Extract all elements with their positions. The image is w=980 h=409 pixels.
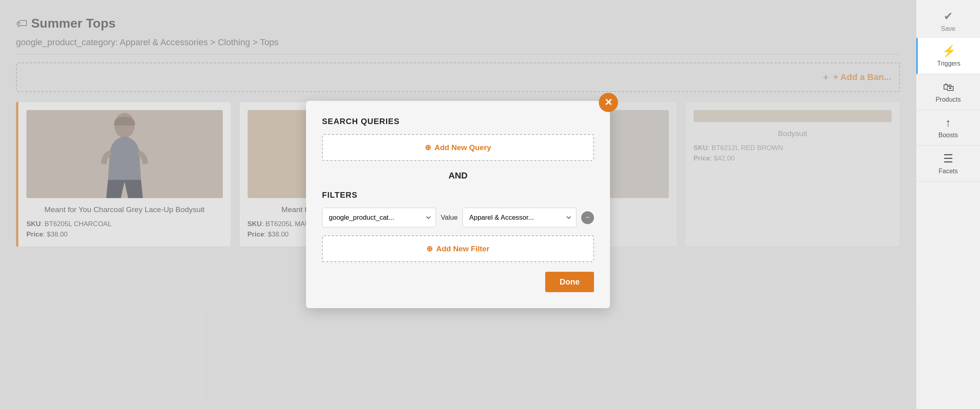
save-icon: ✔ [944,10,953,23]
add-query-plus-icon: ⊕ [425,143,431,152]
sidebar-item-facets[interactable]: ☰ Facets [916,146,980,182]
add-new-query-button[interactable]: ⊕ Add New Query [322,134,594,161]
sidebar-item-triggers[interactable]: ⚡ Triggers [916,38,980,74]
add-new-filter-button[interactable]: ⊕ Add New Filter [322,235,594,262]
products-label: Products [936,96,961,103]
products-icon: 🛍 [943,80,954,94]
filters-row: google_product_cat... Value Apparel & Ac… [322,208,594,227]
add-query-label: Add New Query [434,143,491,152]
modal-footer: Done [322,272,594,292]
modal-close-button[interactable]: ✕ [599,93,618,112]
boosts-label: Boosts [938,132,958,139]
modal-overlay: ✕ SEARCH QUERIES ⊕ Add New Query AND FIL… [0,0,916,409]
facets-label: Facets [938,168,958,175]
add-filter-plus-icon: ⊕ [426,244,433,253]
done-button[interactable]: Done [545,272,594,292]
filter-field-select[interactable]: google_product_cat... [322,208,436,227]
search-queries-modal: ✕ SEARCH QUERIES ⊕ Add New Query AND FIL… [306,101,610,308]
sidebar-item-products[interactable]: 🛍 Products [916,74,980,110]
and-divider: AND [322,170,594,181]
filter-value-select[interactable]: Apparel & Accessor... [462,208,576,227]
triggers-label: Triggers [937,60,960,67]
remove-filter-button[interactable]: − [581,211,594,224]
filters-title: FILTERS [322,190,594,200]
right-sidebar: ✔ Save ⚡ Triggers 🛍 Products ↑ Boosts ☰ … [916,0,980,409]
search-queries-title: SEARCH QUERIES [322,117,594,126]
triggers-icon: ⚡ [942,44,956,58]
value-label: Value [441,214,458,222]
sidebar-item-save[interactable]: ✔ Save [916,4,980,38]
add-filter-label: Add New Filter [436,245,489,253]
sidebar-item-boosts[interactable]: ↑ Boosts [916,110,980,146]
boosts-icon: ↑ [946,116,951,129]
save-label: Save [941,25,955,32]
facets-icon: ☰ [943,152,953,165]
